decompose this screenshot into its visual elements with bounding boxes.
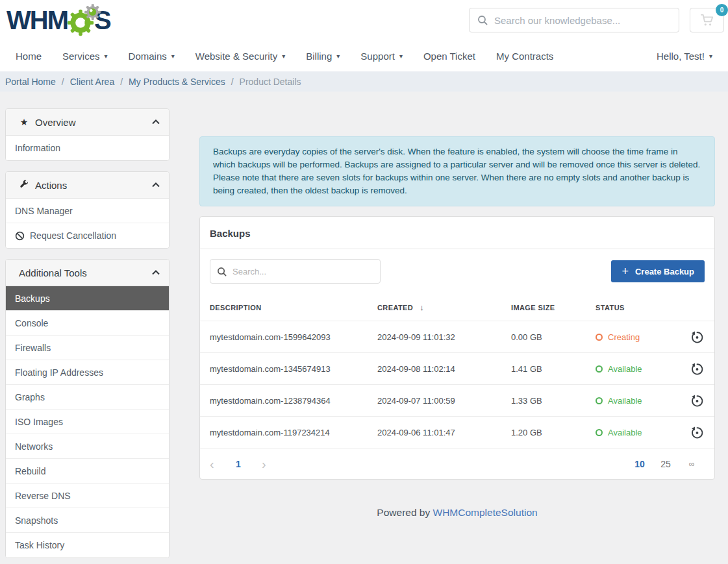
nav-item-website-security[interactable]: Website & Security▾ <box>185 51 295 62</box>
restore-backup-button[interactable] <box>690 425 705 440</box>
pagination-next-button[interactable]: › <box>262 458 288 471</box>
nav-item-domains[interactable]: Domains▾ <box>118 51 185 62</box>
sidebar-item-backups[interactable]: Backups <box>6 286 169 311</box>
nav-user-menu[interactable]: Hello, Test!▾ <box>646 51 723 62</box>
nav-item-billing[interactable]: Billing▾ <box>295 51 350 62</box>
sidebar-item-firewalls[interactable]: Firewalls <box>6 336 169 360</box>
table-row: mytestdomain.com-1345674913 2024-09-08 1… <box>200 352 714 384</box>
restore-backup-button[interactable] <box>690 330 705 345</box>
status-badge: Available <box>596 428 685 437</box>
status-badge: Creating <box>596 332 685 342</box>
backup-image-size: 1.33 GB <box>511 396 596 406</box>
sidebar-panel-actions: Actions DNS Manager Request Cancellation <box>5 171 169 249</box>
backup-created: 2024-09-07 11:00:59 <box>377 396 511 406</box>
knowledgebase-search <box>469 8 679 32</box>
page-content: ★ Overview Information Actions DNS Manag… <box>0 92 728 564</box>
nav-item-support[interactable]: Support▾ <box>350 51 413 62</box>
breadcrumb: Portal Home / Client Area / My Products … <box>0 71 728 92</box>
card-title: Backups <box>200 217 714 249</box>
search-icon <box>477 15 488 25</box>
sidebar-item-iso-images[interactable]: ISO Images <box>6 410 169 434</box>
pagination-page-1[interactable]: 1 <box>236 459 262 469</box>
logo-gears <box>66 5 96 36</box>
backup-image-size: 1.41 GB <box>511 364 596 374</box>
table-row: mytestdomain.com-1197234214 2024-09-06 1… <box>200 416 714 448</box>
sidebar-item-rebuild[interactable]: Rebuild <box>6 459 169 484</box>
column-header-image-size[interactable]: IMAGE SIZE <box>511 304 596 312</box>
sidebar-item-console[interactable]: Console <box>6 311 169 336</box>
cart-button[interactable]: 0 <box>690 8 724 32</box>
restore-backup-button[interactable] <box>690 393 705 408</box>
backup-image-size: 1.20 GB <box>511 428 596 437</box>
status-badge: Available <box>596 364 685 374</box>
app-header: WHM <box>0 0 728 40</box>
table-search <box>210 259 381 284</box>
status-ring-icon <box>596 429 603 436</box>
main-nav: Home Services▾ Domains▾ Website & Securi… <box>0 40 728 71</box>
backups-info-alert: Backups are everyday copies of the serve… <box>199 136 715 206</box>
panel-header-additional-tools[interactable]: Additional Tools <box>6 260 169 286</box>
sidebar-item-snapshots[interactable]: Snapshots <box>6 508 169 533</box>
pagination: ‹ 1 › 10 25 ∞ <box>200 448 714 479</box>
column-header-status[interactable]: STATUS <box>596 304 685 312</box>
chevron-down-icon: ▾ <box>709 53 712 60</box>
breadcrumb-separator: / <box>62 77 64 87</box>
star-icon: ★ <box>19 117 29 127</box>
powered-by-footer: Powered by WHMCompleteSolution <box>199 507 715 519</box>
breadcrumb-portal-home[interactable]: Portal Home <box>5 77 56 87</box>
sidebar-panel-overview: ★ Overview Information <box>5 108 169 161</box>
cart-count-badge: 0 <box>716 4 728 16</box>
backup-description: mytestdomain.com-1599642093 <box>210 332 377 342</box>
card-toolbar: + Create Backup <box>200 249 714 293</box>
header-actions: 0 <box>469 8 724 32</box>
status-ring-icon <box>596 334 603 341</box>
logo-text-whm: WHM <box>6 6 68 34</box>
sidebar-item-graphs[interactable]: Graphs <box>6 385 169 410</box>
sidebar-item-task-history[interactable]: Task History <box>6 533 169 558</box>
nav-item-open-ticket[interactable]: Open Ticket <box>413 51 486 62</box>
nav-item-my-contracts[interactable]: My Contracts <box>486 51 564 62</box>
restore-backup-button[interactable] <box>690 362 705 376</box>
wrench-icon <box>19 180 29 191</box>
breadcrumb-my-products-services[interactable]: My Products & Services <box>129 77 225 87</box>
sidebar-item-networks[interactable]: Networks <box>6 434 169 459</box>
backups-card: Backups + Create Backup DESCRIPTION CREA… <box>199 216 715 480</box>
table-search-input[interactable] <box>232 267 373 276</box>
panel-header-actions[interactable]: Actions <box>6 172 169 199</box>
backup-created: 2024-09-06 11:01:47 <box>377 428 511 437</box>
sort-desc-arrow-icon: ↓ <box>420 302 424 312</box>
nav-item-home[interactable]: Home <box>5 51 52 62</box>
gear-icon <box>84 3 101 21</box>
create-backup-button[interactable]: + Create Backup <box>611 260 705 282</box>
nav-item-services[interactable]: Services▾ <box>52 51 118 62</box>
whmcompletesolution-link[interactable]: WHMCompleteSolution <box>433 507 538 518</box>
pagination-prev-button[interactable]: ‹ <box>210 458 236 471</box>
sidebar-item-reverse-dns[interactable]: Reverse DNS <box>6 484 169 508</box>
page-size-10[interactable]: 10 <box>627 459 653 469</box>
restore-icon <box>690 425 705 440</box>
breadcrumb-client-area[interactable]: Client Area <box>70 77 114 87</box>
panel-header-overview[interactable]: ★ Overview <box>6 109 169 136</box>
table-header-row: DESCRIPTION CREATED ↓ IMAGE SIZE STATUS <box>200 293 714 321</box>
breadcrumb-current: Product Details <box>240 77 301 87</box>
knowledgebase-search-input[interactable] <box>494 15 671 26</box>
table-row: mytestdomain.com-1599642093 2024-09-09 1… <box>200 321 714 352</box>
sidebar-item-dns-manager[interactable]: DNS Manager <box>6 199 169 223</box>
page-size-25[interactable]: 25 <box>653 459 679 469</box>
column-header-created[interactable]: CREATED ↓ <box>377 302 511 312</box>
breadcrumb-separator: / <box>231 77 234 87</box>
sidebar-item-floating-ip-addresses[interactable]: Floating IP Addresses <box>6 360 169 385</box>
backup-created: 2024-09-09 11:01:32 <box>377 332 511 342</box>
column-header-description[interactable]: DESCRIPTION <box>210 304 377 312</box>
sidebar-item-request-cancellation[interactable]: Request Cancellation <box>6 223 169 248</box>
main-column: Backups are everyday copies of the serve… <box>199 92 715 519</box>
status-ring-icon <box>596 365 603 373</box>
breadcrumb-separator: / <box>120 77 123 87</box>
chevron-up-icon <box>152 270 160 275</box>
chevron-up-icon <box>152 182 160 188</box>
sidebar: ★ Overview Information Actions DNS Manag… <box>5 108 169 564</box>
page-size-all[interactable]: ∞ <box>679 460 705 469</box>
whmcs-logo[interactable]: WHM <box>6 5 110 36</box>
sidebar-item-information[interactable]: Information <box>6 136 169 160</box>
chevron-down-icon: ▾ <box>105 53 108 60</box>
